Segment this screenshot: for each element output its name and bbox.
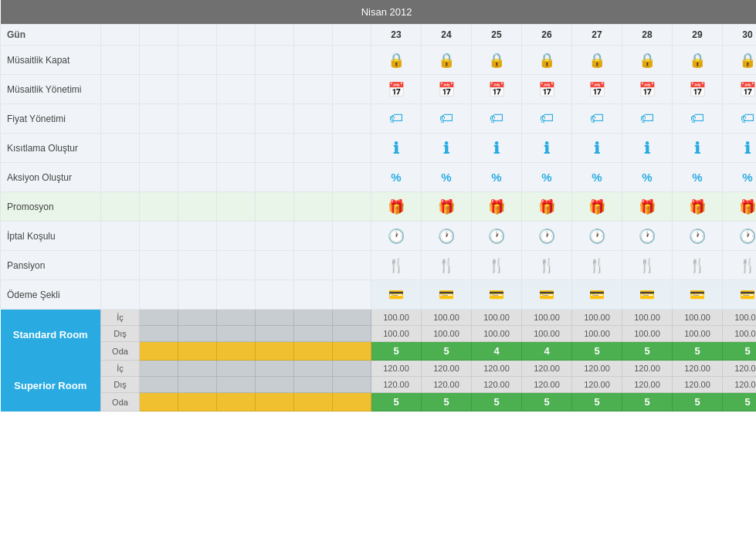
sup-ic-price-26[interactable]: 120.00 bbox=[522, 361, 572, 377]
std-oda-val-27[interactable]: 5 bbox=[572, 342, 622, 361]
percent-icon-26[interactable]: % bbox=[522, 163, 572, 192]
tag-icon-24[interactable]: 🏷 bbox=[422, 104, 472, 134]
sup-dis-price-27[interactable]: 120.00 bbox=[572, 377, 622, 393]
std-oda-val-28[interactable]: 5 bbox=[622, 342, 673, 361]
tag-icon-25[interactable]: 🏷 bbox=[472, 104, 522, 134]
clock-icon-27[interactable]: 🕐 bbox=[572, 222, 622, 251]
lock-icon-28[interactable]: 🔒 bbox=[622, 46, 673, 75]
sup-dis-price-26[interactable]: 120.00 bbox=[522, 377, 572, 393]
sup-oda-val-30[interactable]: 5 bbox=[723, 393, 757, 412]
calendar-icon-24[interactable]: 📅 bbox=[422, 75, 472, 104]
std-dis-price-25[interactable]: 100.00 bbox=[472, 326, 522, 342]
gift-icon-26[interactable]: 🎁 bbox=[522, 192, 572, 222]
percent-icon-28[interactable]: % bbox=[622, 163, 673, 192]
calendar-icon-27[interactable]: 📅 bbox=[572, 75, 622, 104]
std-ic-price-27[interactable]: 100.00 bbox=[572, 310, 622, 326]
tag-icon-29[interactable]: 🏷 bbox=[673, 104, 723, 134]
percent-icon-30[interactable]: % bbox=[723, 163, 757, 192]
gift-icon-27[interactable]: 🎁 bbox=[572, 192, 622, 222]
info-icon-27[interactable]: ℹ bbox=[572, 134, 622, 163]
calendar-icon-25[interactable]: 📅 bbox=[472, 75, 522, 104]
std-ic-price-25[interactable]: 100.00 bbox=[472, 310, 522, 326]
info-icon-26[interactable]: ℹ bbox=[522, 134, 572, 163]
std-dis-price-30[interactable]: 100.00 bbox=[723, 326, 757, 342]
credit-icon-23[interactable]: 💳 bbox=[371, 280, 422, 310]
sup-ic-price-29[interactable]: 120.00 bbox=[673, 361, 723, 377]
fork-icon-29[interactable]: 🍴 bbox=[673, 251, 723, 280]
gift-icon-29[interactable]: 🎁 bbox=[673, 192, 723, 222]
std-dis-price-26[interactable]: 100.00 bbox=[522, 326, 572, 342]
std-ic-price-28[interactable]: 100.00 bbox=[622, 310, 673, 326]
lock-icon-30[interactable]: 🔒 bbox=[723, 46, 757, 75]
lock-icon-29[interactable]: 🔒 bbox=[673, 46, 723, 75]
calendar-icon-29[interactable]: 📅 bbox=[673, 75, 723, 104]
gift-icon-30[interactable]: 🎁 bbox=[723, 192, 757, 222]
std-ic-price-26[interactable]: 100.00 bbox=[522, 310, 572, 326]
sup-oda-val-25[interactable]: 5 bbox=[472, 393, 522, 412]
lock-icon-26[interactable]: 🔒 bbox=[522, 46, 572, 75]
std-oda-val-23[interactable]: 5 bbox=[371, 342, 422, 361]
calendar-icon-26[interactable]: 📅 bbox=[522, 75, 572, 104]
std-oda-val-29[interactable]: 5 bbox=[673, 342, 723, 361]
fork-icon-24[interactable]: 🍴 bbox=[422, 251, 472, 280]
std-ic-price-30[interactable]: 100.00 bbox=[723, 310, 757, 326]
credit-icon-29[interactable]: 💳 bbox=[673, 280, 723, 310]
percent-icon-23[interactable]: % bbox=[371, 163, 422, 192]
percent-icon-27[interactable]: % bbox=[572, 163, 622, 192]
fork-icon-28[interactable]: 🍴 bbox=[622, 251, 673, 280]
sup-ic-price-24[interactable]: 120.00 bbox=[422, 361, 472, 377]
sup-oda-val-28[interactable]: 5 bbox=[622, 393, 673, 412]
tag-icon-28[interactable]: 🏷 bbox=[622, 104, 673, 134]
sup-oda-val-26[interactable]: 5 bbox=[522, 393, 572, 412]
sup-dis-price-23[interactable]: 120.00 bbox=[371, 377, 422, 393]
info-icon-28[interactable]: ℹ bbox=[622, 134, 673, 163]
std-dis-price-23[interactable]: 100.00 bbox=[371, 326, 422, 342]
sup-oda-val-24[interactable]: 5 bbox=[422, 393, 472, 412]
clock-icon-28[interactable]: 🕐 bbox=[622, 222, 673, 251]
std-oda-val-30[interactable]: 5 bbox=[723, 342, 757, 361]
percent-icon-25[interactable]: % bbox=[472, 163, 522, 192]
credit-icon-30[interactable]: 💳 bbox=[723, 280, 757, 310]
clock-icon-30[interactable]: 🕐 bbox=[723, 222, 757, 251]
clock-icon-26[interactable]: 🕐 bbox=[522, 222, 572, 251]
credit-icon-25[interactable]: 💳 bbox=[472, 280, 522, 310]
info-icon-29[interactable]: ℹ bbox=[673, 134, 723, 163]
fork-icon-27[interactable]: 🍴 bbox=[572, 251, 622, 280]
clock-icon-25[interactable]: 🕐 bbox=[472, 222, 522, 251]
calendar-icon-28[interactable]: 📅 bbox=[622, 75, 673, 104]
sup-ic-price-25[interactable]: 120.00 bbox=[472, 361, 522, 377]
std-oda-val-26[interactable]: 4 bbox=[522, 342, 572, 361]
sup-dis-price-29[interactable]: 120.00 bbox=[673, 377, 723, 393]
info-icon-25[interactable]: ℹ bbox=[472, 134, 522, 163]
sup-dis-price-24[interactable]: 120.00 bbox=[422, 377, 472, 393]
tag-icon-30[interactable]: 🏷 bbox=[723, 104, 757, 134]
sup-ic-price-27[interactable]: 120.00 bbox=[572, 361, 622, 377]
percent-icon-29[interactable]: % bbox=[673, 163, 723, 192]
sup-ic-price-28[interactable]: 120.00 bbox=[622, 361, 673, 377]
sup-dis-price-30[interactable]: 120.00 bbox=[723, 377, 757, 393]
lock-icon-23[interactable]: 🔒 bbox=[371, 46, 422, 75]
std-ic-price-29[interactable]: 100.00 bbox=[673, 310, 723, 326]
std-ic-price-23[interactable]: 100.00 bbox=[371, 310, 422, 326]
sup-dis-price-28[interactable]: 120.00 bbox=[622, 377, 673, 393]
fork-icon-23[interactable]: 🍴 bbox=[371, 251, 422, 280]
credit-icon-26[interactable]: 💳 bbox=[522, 280, 572, 310]
credit-icon-27[interactable]: 💳 bbox=[572, 280, 622, 310]
gift-icon-25[interactable]: 🎁 bbox=[472, 192, 522, 222]
gift-icon-23[interactable]: 🎁 bbox=[371, 192, 422, 222]
sup-ic-price-23[interactable]: 120.00 bbox=[371, 361, 422, 377]
clock-icon-29[interactable]: 🕐 bbox=[673, 222, 723, 251]
fork-icon-25[interactable]: 🍴 bbox=[472, 251, 522, 280]
std-oda-val-24[interactable]: 5 bbox=[422, 342, 472, 361]
info-icon-30[interactable]: ℹ bbox=[723, 134, 757, 163]
std-ic-price-24[interactable]: 100.00 bbox=[422, 310, 472, 326]
sup-dis-price-25[interactable]: 120.00 bbox=[472, 377, 522, 393]
lock-icon-25[interactable]: 🔒 bbox=[472, 46, 522, 75]
std-dis-price-28[interactable]: 100.00 bbox=[622, 326, 673, 342]
calendar-icon-30[interactable]: 📅 bbox=[723, 75, 757, 104]
std-dis-price-24[interactable]: 100.00 bbox=[422, 326, 472, 342]
fork-icon-26[interactable]: 🍴 bbox=[522, 251, 572, 280]
std-dis-price-29[interactable]: 100.00 bbox=[673, 326, 723, 342]
tag-icon-23[interactable]: 🏷 bbox=[371, 104, 422, 134]
sup-oda-val-27[interactable]: 5 bbox=[572, 393, 622, 412]
